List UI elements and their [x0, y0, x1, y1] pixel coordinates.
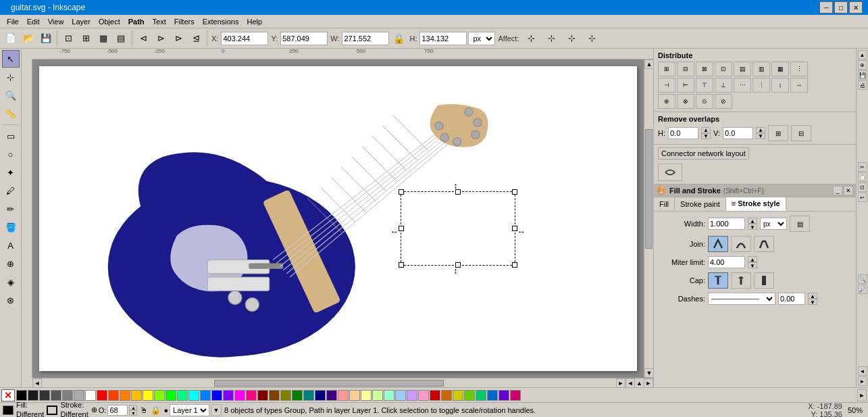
- color-brown[interactable]: [441, 390, 452, 401]
- dist-btn-2[interactable]: ⊟: [677, 62, 694, 76]
- color-crimson[interactable]: [430, 390, 440, 401]
- color-rose[interactable]: [418, 390, 429, 401]
- affect-btn4[interactable]: ⊹: [582, 30, 601, 47]
- color-pink[interactable]: [246, 390, 257, 401]
- dist-btn-8[interactable]: ⋮: [790, 62, 808, 76]
- layer-select[interactable]: Layer 1: [170, 404, 209, 416]
- close-button[interactable]: ✕: [849, 1, 863, 14]
- x-input[interactable]: [221, 32, 268, 45]
- zoom-tool[interactable]: 🔍: [2, 87, 20, 104]
- miter-up[interactable]: ▲: [748, 256, 757, 262]
- color-indigo[interactable]: [499, 390, 509, 401]
- overlap-h-input[interactable]: [668, 127, 698, 139]
- dashes-offset[interactable]: [778, 293, 805, 305]
- fr-btn2[interactable]: ⊕: [858, 60, 867, 70]
- color-red[interactable]: [97, 390, 107, 401]
- color-dark-green[interactable]: [292, 390, 303, 401]
- opacity-input[interactable]: [107, 405, 128, 416]
- hscroll-left[interactable]: ◄: [32, 378, 42, 388]
- fr-btn5[interactable]: ✂: [858, 162, 867, 172]
- overlap-h-down[interactable]: ▼: [701, 133, 711, 139]
- fs-close[interactable]: ✕: [844, 186, 853, 195]
- menu-help[interactable]: Help: [242, 16, 266, 27]
- menu-filters[interactable]: Filters: [170, 16, 199, 27]
- tab-fill[interactable]: Fill: [654, 197, 675, 211]
- fr-btn11[interactable]: ◄: [858, 366, 867, 376]
- color-light-green[interactable]: [372, 390, 383, 401]
- hscroll-right[interactable]: ►: [616, 378, 626, 388]
- color-blue[interactable]: [211, 390, 222, 401]
- cap-butt[interactable]: [708, 272, 728, 289]
- opacity-down[interactable]: ▼: [129, 410, 137, 416]
- dashes-up[interactable]: ▲: [808, 293, 817, 299]
- color-lightgray[interactable]: [74, 390, 84, 401]
- fr-btn7[interactable]: ⊡: [858, 182, 867, 192]
- w-input[interactable]: [342, 32, 389, 45]
- width-btn[interactable]: ▤: [790, 216, 810, 232]
- star-tool[interactable]: ✦: [2, 164, 20, 181]
- cap-round[interactable]: [731, 272, 751, 289]
- dist-btn-5[interactable]: ▤: [734, 62, 751, 76]
- color-yellow-green[interactable]: [154, 390, 165, 401]
- dist-btn-3[interactable]: ⊠: [696, 62, 713, 76]
- vscroll-down[interactable]: ▼: [644, 368, 653, 378]
- cap-square[interactable]: [754, 272, 774, 289]
- tab-stroke-paint[interactable]: Stroke paint: [675, 197, 726, 211]
- join-bevel[interactable]: [754, 236, 774, 252]
- connector-btn[interactable]: [658, 164, 682, 181]
- rect-tool[interactable]: ▭: [2, 127, 20, 145]
- menu-object[interactable]: Object: [95, 16, 124, 27]
- dist-btn-11[interactable]: ⊤: [696, 78, 713, 93]
- menu-edit[interactable]: Edit: [23, 16, 44, 27]
- save-button[interactable]: 💾: [38, 30, 54, 47]
- fr-btn3[interactable]: 💾: [858, 70, 867, 80]
- width-down[interactable]: ▼: [748, 224, 757, 230]
- fr-btn1[interactable]: ▲: [858, 50, 867, 59]
- vscroll-up[interactable]: ▲: [644, 59, 653, 69]
- color-light-yellow[interactable]: [361, 390, 372, 401]
- dist-btn-10[interactable]: ⊢: [677, 78, 694, 93]
- color-lavender[interactable]: [407, 390, 417, 401]
- color-yellow-orange[interactable]: [131, 390, 142, 401]
- menu-view[interactable]: View: [44, 16, 68, 27]
- zoom-fit-button[interactable]: ⊡: [60, 30, 76, 47]
- layer-nav[interactable]: ▼: [211, 404, 222, 416]
- dist-btn-18[interactable]: ⊗: [677, 94, 694, 109]
- pen-tool[interactable]: 🖊: [2, 182, 20, 199]
- remove-overlaps-btn2[interactable]: ⊟: [791, 125, 811, 141]
- color-green[interactable]: [165, 390, 176, 401]
- dist-btn-20[interactable]: ⊘: [715, 94, 732, 109]
- color-olive[interactable]: [280, 390, 291, 401]
- color-white[interactable]: [85, 390, 96, 401]
- color-azure[interactable]: [200, 390, 211, 401]
- dist-btn-17[interactable]: ⊕: [658, 94, 675, 109]
- fr-btn9[interactable]: 🔍: [858, 274, 867, 284]
- width-input[interactable]: [708, 218, 745, 230]
- color-purple[interactable]: [326, 390, 337, 401]
- menu-text[interactable]: Text: [149, 16, 170, 27]
- lock-icon[interactable]: 🔒: [390, 30, 407, 47]
- color-darkgray1[interactable]: [28, 390, 39, 401]
- menu-file[interactable]: File: [3, 16, 23, 27]
- dist-btn-7[interactable]: ▦: [771, 62, 789, 76]
- tab-stroke-style[interactable]: ≡ Stroke style: [726, 197, 786, 211]
- fr-btn10[interactable]: 🔎: [858, 285, 867, 294]
- ellipse-tool[interactable]: ○: [2, 145, 20, 163]
- color-orange-red[interactable]: [108, 390, 119, 401]
- dist-btn-1[interactable]: ⊞: [658, 62, 675, 76]
- page-next[interactable]: ►: [644, 378, 653, 388]
- connector-tool[interactable]: ⊕: [2, 255, 20, 272]
- color-gray2[interactable]: [62, 390, 73, 401]
- dist-btn-14[interactable]: ⋮: [752, 78, 770, 93]
- measure-tool[interactable]: 📏: [2, 105, 20, 122]
- pencil-tool[interactable]: ✏: [2, 200, 20, 218]
- fill-tool[interactable]: 🪣: [2, 218, 20, 236]
- remove-overlaps-btn1[interactable]: ⊞: [768, 125, 788, 141]
- gradient-tool[interactable]: ◈: [2, 273, 20, 291]
- color-dark-yellow[interactable]: [453, 390, 463, 401]
- minimize-button[interactable]: ─: [819, 1, 833, 14]
- fr-btn12[interactable]: ►: [858, 376, 867, 386]
- align-center-button[interactable]: ⊳: [153, 30, 169, 47]
- h-input[interactable]: [419, 32, 467, 45]
- canvas[interactable]: ↔ ↔ ↕ ↕: [32, 59, 644, 378]
